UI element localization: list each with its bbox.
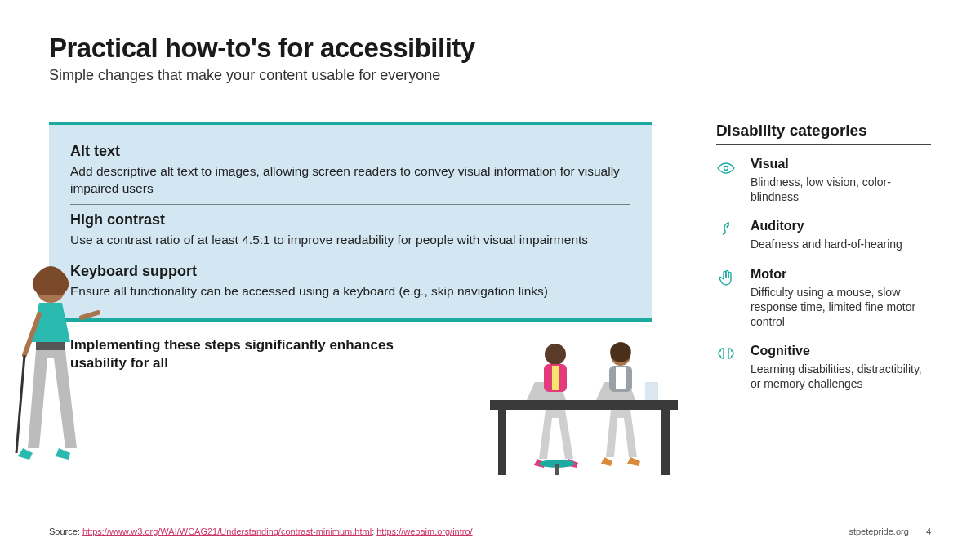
category-item: Cognitive Learning disabilities, distrac… <box>716 344 931 391</box>
tip-item: Alt text Add descriptive alt text to ima… <box>70 136 630 204</box>
svg-rect-6 <box>490 400 678 410</box>
eye-icon <box>716 158 739 204</box>
footer: Source: https://www.w3.org/WAI/WCAG21/Un… <box>49 527 931 536</box>
tips-panel: Alt text Add descriptive alt text to ima… <box>49 122 652 322</box>
desk-people-illustration <box>482 335 686 486</box>
category-item: Auditory Deafness and hard-of-hearing <box>716 219 931 251</box>
source-line: Source: https://www.w3.org/WAI/WCAG21/Un… <box>49 527 473 536</box>
category-desc: Learning disabilities, distractibility, … <box>751 362 931 391</box>
tip-title: Keyboard support <box>70 263 630 280</box>
category-desc: Blindness, low vision, color-blindness <box>751 175 931 204</box>
svg-point-9 <box>545 344 566 365</box>
tip-title: Alt text <box>70 143 630 160</box>
footer-site: stpetepride.org <box>849 527 908 536</box>
right-column: Disability categories Visual Blindness, … <box>693 122 931 407</box>
tip-item: Keyboard support Ensure all functionalit… <box>70 256 630 307</box>
category-desc: Difficulty using a mouse, slow response … <box>751 285 931 330</box>
brain-icon <box>716 345 739 391</box>
category-text: Motor Difficulty using a mouse, slow res… <box>751 267 931 330</box>
category-name: Cognitive <box>751 344 931 358</box>
category-name: Visual <box>751 157 931 171</box>
category-desc: Deafness and hard-of-hearing <box>751 237 902 251</box>
svg-rect-16 <box>616 367 626 389</box>
ear-icon <box>716 220 739 251</box>
footer-right: stpetepride.org 4 <box>849 527 931 536</box>
tip-desc: Use a contrast ratio of at least 4.5:1 t… <box>70 232 630 249</box>
hand-icon <box>716 269 739 330</box>
category-text: Auditory Deafness and hard-of-hearing <box>751 219 902 251</box>
svg-rect-8 <box>662 410 670 475</box>
page-number: 4 <box>926 527 931 536</box>
svg-point-0 <box>724 167 728 171</box>
tip-desc: Ensure all functionality can be accessed… <box>70 283 630 300</box>
svg-rect-7 <box>498 410 506 475</box>
categories-heading: Disability categories <box>716 122 931 145</box>
tip-title: High contrast <box>70 211 630 229</box>
svg-line-3 <box>82 313 98 318</box>
tip-desc: Add descriptive alt text to images, allo… <box>70 163 630 198</box>
svg-rect-2 <box>36 342 65 350</box>
source-label: Source: <box>49 527 82 536</box>
category-item: Motor Difficulty using a mouse, slow res… <box>716 267 931 330</box>
summary-text: Implementing these steps significantly e… <box>70 336 430 372</box>
tip-item: High contrast Use a contrast ratio of at… <box>70 204 630 256</box>
page-subtitle: Simple changes that make your content us… <box>49 67 931 84</box>
svg-rect-11 <box>552 366 559 390</box>
svg-line-5 <box>16 355 24 453</box>
page-title: Practical how-to's for accessibility <box>49 33 931 64</box>
category-text: Cognitive Learning disabilities, distrac… <box>751 344 931 391</box>
svg-rect-13 <box>555 464 559 475</box>
category-name: Auditory <box>751 219 902 233</box>
svg-rect-17 <box>645 382 658 400</box>
slide: Practical how-to's for accessibility Sim… <box>0 0 980 551</box>
category-name: Motor <box>751 267 931 282</box>
person-cane-illustration <box>11 265 101 486</box>
source-link[interactable]: https://www.w3.org/WAI/WCAG21/Understand… <box>82 527 372 536</box>
category-item: Visual Blindness, low vision, color-blin… <box>716 157 931 204</box>
source-link[interactable]: https://webaim.org/intro/ <box>376 527 472 536</box>
category-text: Visual Blindness, low vision, color-blin… <box>751 157 931 204</box>
